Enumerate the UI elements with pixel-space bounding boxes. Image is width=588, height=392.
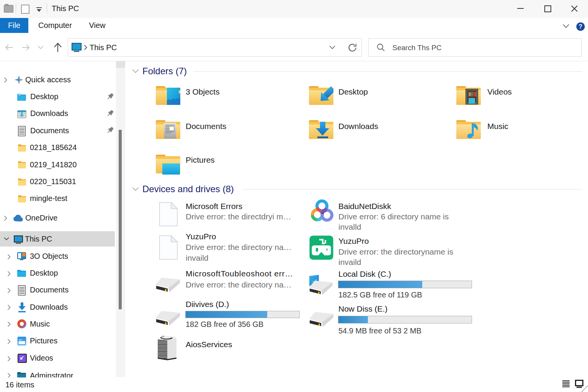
svg-text:?: ?: [579, 23, 583, 30]
